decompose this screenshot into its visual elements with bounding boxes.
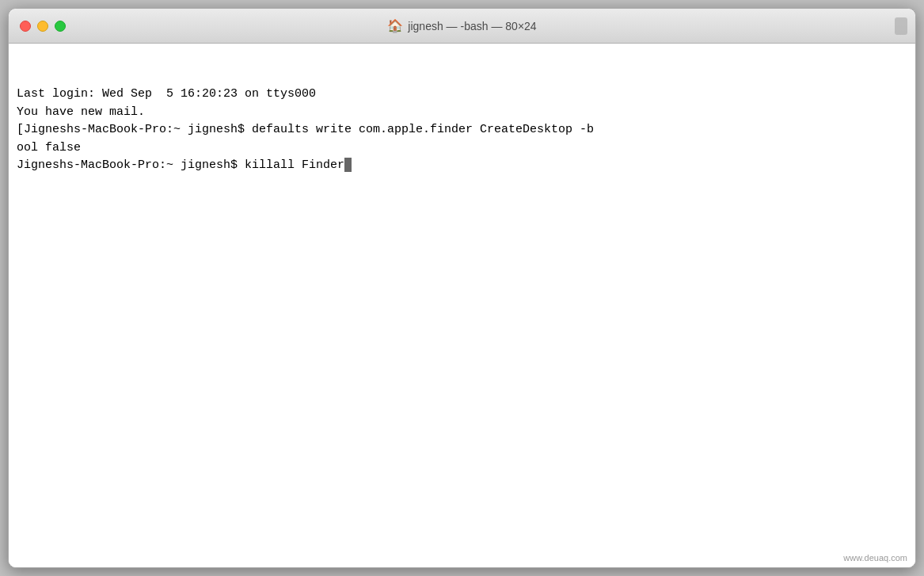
window-title: 🏠 jignesh — -bash — 80×24	[387, 18, 536, 33]
terminal-line-4: ool false	[17, 139, 907, 158]
maximize-button[interactable]	[55, 21, 66, 32]
scroll-indicator-area	[895, 17, 907, 35]
scroll-bar-thumb[interactable]	[895, 17, 907, 35]
window-controls	[20, 21, 66, 32]
terminal-line-1: Last login: Wed Sep 5 16:20:23 on ttys00…	[17, 86, 907, 104]
terminal-line-3: [Jigneshs-MacBook-Pro:~ jignesh$ default…	[17, 121, 907, 139]
title-text: jignesh — -bash — 80×24	[408, 20, 536, 32]
watermark: www.deuaq.com	[843, 553, 907, 563]
terminal-body[interactable]: Last login: Wed Sep 5 16:20:23 on ttys00…	[9, 44, 915, 567]
close-button[interactable]	[20, 21, 31, 32]
terminal-line-5: Jigneshs-MacBook-Pro:~ jignesh$ killall …	[17, 157, 907, 175]
title-bar: 🏠 jignesh — -bash — 80×24	[9, 9, 915, 44]
terminal-line-2: You have new mail.	[17, 104, 907, 122]
minimize-button[interactable]	[37, 21, 48, 32]
terminal-window: 🏠 jignesh — -bash — 80×24 Last login: We…	[8, 8, 916, 568]
terminal-content: Last login: Wed Sep 5 16:20:23 on ttys00…	[17, 50, 907, 211]
home-icon: 🏠	[387, 18, 403, 33]
terminal-cursor	[344, 158, 352, 172]
